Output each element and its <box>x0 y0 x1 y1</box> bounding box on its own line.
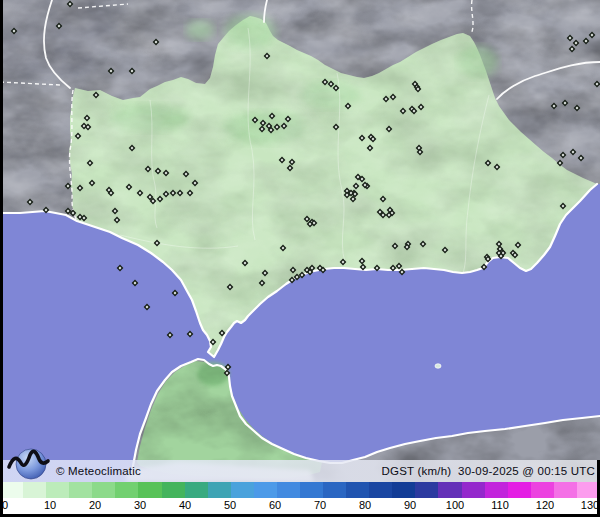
legend-tick: 100 <box>446 499 464 511</box>
legend-color-cell <box>138 482 161 498</box>
legend-color-cell <box>323 482 346 498</box>
legend-color-cell <box>162 482 185 498</box>
gust-map <box>0 0 600 482</box>
meteoclimatic-gust-map-screenshot: © Meteoclimatic DGST (km/h) 30-09-2025 @… <box>0 0 600 517</box>
legend-color-cell <box>415 482 438 498</box>
legend-color-cell <box>392 482 415 498</box>
legend-tick: 30 <box>134 499 146 511</box>
alboran-island <box>435 364 441 368</box>
legend-color-cell <box>277 482 300 498</box>
legend-tick: 20 <box>89 499 101 511</box>
legend-tick: 90 <box>404 499 416 511</box>
legend-tick: 50 <box>224 499 236 511</box>
legend-tick: 60 <box>269 499 281 511</box>
legend-colorbar <box>0 482 600 498</box>
legend-color-cell <box>115 482 138 498</box>
legend-color-cell <box>554 482 577 498</box>
legend-color-cell <box>346 482 369 498</box>
legend-tick: 110 <box>491 499 509 511</box>
legend-tick: 40 <box>179 499 191 511</box>
legend-tick: 80 <box>359 499 371 511</box>
legend-color-cell <box>69 482 92 498</box>
legend-color-cell <box>369 482 392 498</box>
legend-tick: 120 <box>536 499 554 511</box>
copyright-label: © Meteoclimatic <box>56 465 141 477</box>
legend-color-cell <box>462 482 485 498</box>
product-label: DGST (km/h) <box>382 465 452 477</box>
legend-color-cell <box>208 482 231 498</box>
footer-bar: © Meteoclimatic DGST (km/h) 30-09-2025 @… <box>0 460 600 482</box>
legend-color-cell <box>485 482 508 498</box>
legend-color-cell <box>92 482 115 498</box>
legend-color-cell <box>254 482 277 498</box>
legend-color-cell <box>438 482 461 498</box>
legend-color-cell <box>508 482 531 498</box>
legend-tick-labels: 0102030405060708090100110120130 <box>0 498 600 514</box>
legend-color-cell <box>185 482 208 498</box>
legend-color-cell <box>300 482 323 498</box>
frame-border-left <box>0 0 3 517</box>
legend-color-cell <box>531 482 554 498</box>
product-datetime-label: DGST (km/h) 30-09-2025 @ 00:15 UTC <box>382 465 595 477</box>
legend-tick: 70 <box>314 499 326 511</box>
legend-tick: 10 <box>44 499 56 511</box>
legend-color-cell <box>231 482 254 498</box>
datetime-label: 30-09-2025 @ 00:15 UTC <box>458 465 595 477</box>
meteoclimatic-logo-icon <box>4 440 52 488</box>
